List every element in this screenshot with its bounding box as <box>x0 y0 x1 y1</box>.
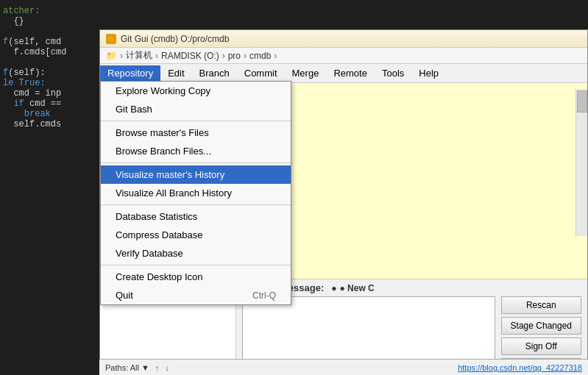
menu-remote[interactable]: Remote <box>326 65 375 81</box>
menu-repository[interactable]: Repository Explore Working Copy Git Bash… <box>100 65 160 81</box>
breadcrumb-bar: 📁 › 计算机 › RAMDISK (O:) › pro › cmdb › <box>100 48 587 64</box>
separator-1 <box>101 121 291 121</box>
code-editor-bg: atcher: {} f(self, cmd f.cmds[cmd f(self… <box>0 0 99 375</box>
nav-back-icon[interactable]: ↑ <box>155 363 160 372</box>
breadcrumb-item: 📁 <box>106 51 117 61</box>
repository-dropdown: Explore Working Copy Git Bash Browse mas… <box>100 81 291 305</box>
title-bar: 🔶 Git Gui (cmdb) O:/pro/cmdb <box>100 30 587 48</box>
breadcrumb-pro: pro <box>228 51 241 61</box>
rescan-button[interactable]: Rescan <box>501 296 581 314</box>
scrollbar-track[interactable] <box>575 89 587 236</box>
menu-commit[interactable]: Commit <box>237 65 285 81</box>
breadcrumb-computer: 计算机 <box>126 49 152 62</box>
separator-2 <box>101 162 291 163</box>
new-commit-radio[interactable]: ● ● New C <box>331 283 375 293</box>
menu-edit[interactable]: Edit <box>160 65 191 81</box>
menu-visualize-all-branch[interactable]: Visualize All Branch History <box>101 184 291 202</box>
menu-visualize-master-history[interactable]: Visualize master's History <box>101 165 291 184</box>
separator-3 <box>101 204 291 205</box>
menu-tools[interactable]: Tools <box>375 65 411 81</box>
nav-forward-icon[interactable]: ↓ <box>165 363 169 372</box>
menu-compress-database[interactable]: Compress Database <box>101 226 291 244</box>
radio-icon: ● <box>331 283 336 293</box>
menu-browse-master-files[interactable]: Browse master's Files <box>101 124 291 142</box>
breadcrumb-cmdb: cmdb <box>249 51 271 61</box>
menu-create-desktop-icon[interactable]: Create Desktop Icon <box>101 268 291 286</box>
menu-explore-working-copy[interactable]: Explore Working Copy <box>101 82 291 100</box>
git-gui-window: 🔶 Git Gui (cmdb) O:/pro/cmdb 📁 › 计算机 › R… <box>99 29 588 375</box>
menu-database-statistics[interactable]: Database Statistics <box>101 207 291 226</box>
window-title: Git Gui (cmdb) O:/pro/cmdb <box>121 34 229 44</box>
menu-merge[interactable]: Merge <box>285 65 327 81</box>
scrollbar-thumb[interactable] <box>577 90 587 113</box>
sign-off-button[interactable]: Sign Off <box>501 338 581 355</box>
breadcrumb-ramdisk: RAMDISK (O:) <box>161 51 219 61</box>
blog-link[interactable]: https://blog.csdn.net/qq_42227318 <box>458 363 582 372</box>
app-icon: 🔶 <box>106 34 116 44</box>
separator-4 <box>101 265 291 265</box>
menu-git-bash[interactable]: Git Bash <box>101 100 291 118</box>
stage-changed-button[interactable]: Stage Changed <box>501 317 581 335</box>
menu-help[interactable]: Help <box>411 65 446 81</box>
menu-browse-branch-files[interactable]: Browse Branch Files... <box>101 142 291 160</box>
menu-verify-database[interactable]: Verify Database <box>101 244 291 262</box>
menu-branch[interactable]: Branch <box>192 65 237 81</box>
menu-quit[interactable]: Quit Ctrl-Q <box>101 286 291 304</box>
paths-dropdown[interactable]: Paths: All ▼ <box>105 363 149 372</box>
status-left: Paths: All ▼ ↑ ↓ <box>105 363 169 372</box>
menu-bar: Repository Explore Working Copy Git Bash… <box>100 64 587 83</box>
quit-shortcut: Ctrl-Q <box>252 290 276 301</box>
status-bar: Paths: All ▼ ↑ ↓ https://blog.csdn.net/q… <box>99 359 588 375</box>
